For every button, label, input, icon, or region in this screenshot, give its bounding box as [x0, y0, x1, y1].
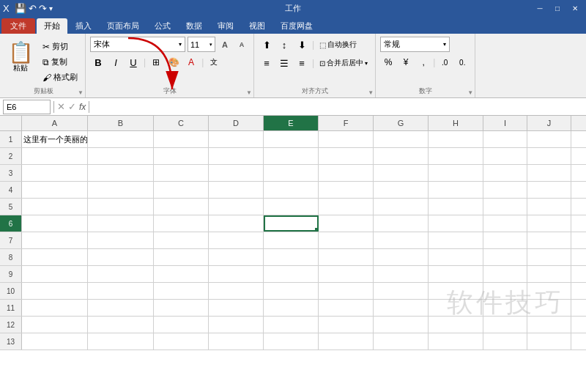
- align-right-btn[interactable]: ≡: [294, 55, 310, 71]
- grid-cell[interactable]: [527, 317, 571, 333]
- grid-cell[interactable]: [319, 215, 374, 232]
- grid-cell[interactable]: [209, 182, 264, 198]
- grid-cell[interactable]: [374, 232, 429, 248]
- underline-button[interactable]: U: [125, 54, 141, 70]
- row-number[interactable]: 8: [0, 249, 22, 265]
- format-painter-button[interactable]: 🖌格式刷: [40, 70, 81, 84]
- row-number[interactable]: 1: [0, 131, 22, 147]
- grid-cell[interactable]: [264, 165, 319, 181]
- grid-cell[interactable]: [264, 249, 319, 265]
- grid-cell[interactable]: [88, 148, 154, 164]
- tab-formula[interactable]: 公式: [147, 18, 178, 34]
- border-button[interactable]: ⊞: [148, 54, 164, 70]
- grid-cell[interactable]: [209, 199, 264, 215]
- font-color-button[interactable]: A: [183, 54, 199, 70]
- align-center-btn[interactable]: ☰: [276, 55, 292, 71]
- col-header-D[interactable]: D: [209, 116, 264, 130]
- row-number[interactable]: 7: [0, 232, 22, 248]
- row-number[interactable]: 3: [0, 165, 22, 181]
- grid-cell[interactable]: [209, 232, 264, 248]
- grid-cell[interactable]: [374, 148, 429, 164]
- grid-cell[interactable]: [374, 283, 429, 299]
- row-number[interactable]: 13: [0, 333, 22, 350]
- grid-cell[interactable]: [483, 300, 527, 316]
- percent-btn[interactable]: %: [380, 54, 396, 70]
- grid-cell[interactable]: 这里有一个美丽的大姑娘: [22, 131, 88, 147]
- paste-button[interactable]: 📋 粘贴: [4, 37, 37, 79]
- grid-cell[interactable]: [429, 182, 483, 198]
- grid-cell[interactable]: [154, 182, 209, 198]
- tab-view[interactable]: 视图: [242, 18, 272, 34]
- grid-cell[interactable]: [22, 165, 88, 181]
- grid-cell[interactable]: [22, 182, 88, 198]
- grid-cell[interactable]: [154, 249, 209, 265]
- grid-cell[interactable]: [209, 266, 264, 282]
- minimize-btn[interactable]: ─: [532, 2, 548, 14]
- cut-button[interactable]: ✂剪切: [40, 40, 81, 53]
- grid-cell[interactable]: [374, 182, 429, 198]
- grid-cell[interactable]: [209, 215, 264, 232]
- grid-cell[interactable]: [88, 317, 154, 333]
- grid-cell[interactable]: [154, 148, 209, 164]
- grid-cell[interactable]: [374, 266, 429, 282]
- grid-cell[interactable]: [483, 131, 527, 147]
- grid-cell[interactable]: [22, 249, 88, 265]
- grid-cell[interactable]: [429, 131, 483, 147]
- number-format-dropdown[interactable]: 常规 ▾: [380, 37, 450, 52]
- grid-cell[interactable]: [429, 165, 483, 181]
- row-number[interactable]: 4: [0, 182, 22, 198]
- align-bottom-btn[interactable]: ⬇: [294, 37, 310, 53]
- grid-cell[interactable]: [319, 165, 374, 181]
- grid-cell[interactable]: [209, 165, 264, 181]
- grid-cell[interactable]: [264, 317, 319, 333]
- grid-cell[interactable]: [22, 317, 88, 333]
- grid-cell[interactable]: [264, 215, 319, 232]
- grid-cell[interactable]: [88, 249, 154, 265]
- col-header-A[interactable]: A: [22, 116, 88, 130]
- grid-cell[interactable]: [154, 131, 209, 147]
- grid-cell[interactable]: [527, 333, 571, 350]
- grid-cell[interactable]: [429, 317, 483, 333]
- grid-cell[interactable]: [527, 199, 571, 215]
- format-button[interactable]: 文: [206, 54, 222, 70]
- grid-cell[interactable]: [264, 199, 319, 215]
- grid-cell[interactable]: [374, 249, 429, 265]
- grid-cell[interactable]: [429, 333, 483, 350]
- grid-cell[interactable]: [483, 215, 527, 232]
- grid-cell[interactable]: [154, 283, 209, 299]
- grid-cell[interactable]: [22, 232, 88, 248]
- grid-cell[interactable]: [319, 199, 374, 215]
- grid-cell[interactable]: [527, 249, 571, 265]
- grid-cell[interactable]: [319, 317, 374, 333]
- grid-cell[interactable]: [22, 266, 88, 282]
- redo-icon[interactable]: ↷: [39, 3, 47, 14]
- tab-review[interactable]: 审阅: [210, 18, 241, 34]
- grid-cell[interactable]: [22, 215, 88, 232]
- col-header-C[interactable]: C: [154, 116, 209, 130]
- grid-cell[interactable]: [319, 266, 374, 282]
- tab-file[interactable]: 文件: [1, 18, 35, 34]
- grid-cell[interactable]: [88, 232, 154, 248]
- grid-cell[interactable]: [483, 249, 527, 265]
- grid-cell[interactable]: [209, 283, 264, 299]
- grid-cell[interactable]: [264, 182, 319, 198]
- row-number[interactable]: 2: [0, 148, 22, 164]
- col-header-H[interactable]: H: [429, 116, 483, 130]
- grid-cell[interactable]: [483, 283, 527, 299]
- grid-cell[interactable]: [154, 165, 209, 181]
- row-number[interactable]: 12: [0, 317, 22, 333]
- grid-cell[interactable]: [88, 266, 154, 282]
- grid-cell[interactable]: [527, 148, 571, 164]
- grid-cell[interactable]: [154, 333, 209, 350]
- grid-cell[interactable]: [88, 215, 154, 232]
- grid-cell[interactable]: [319, 148, 374, 164]
- grid-cell[interactable]: [319, 232, 374, 248]
- grid-cell[interactable]: [88, 165, 154, 181]
- grid-cell[interactable]: [154, 199, 209, 215]
- col-header-I[interactable]: I: [483, 116, 527, 130]
- grid-cell[interactable]: [483, 182, 527, 198]
- grid-cell[interactable]: [483, 317, 527, 333]
- grid-cell[interactable]: [22, 333, 88, 350]
- tab-baidu[interactable]: 百度网盘: [273, 18, 320, 34]
- grid-cell[interactable]: [319, 300, 374, 316]
